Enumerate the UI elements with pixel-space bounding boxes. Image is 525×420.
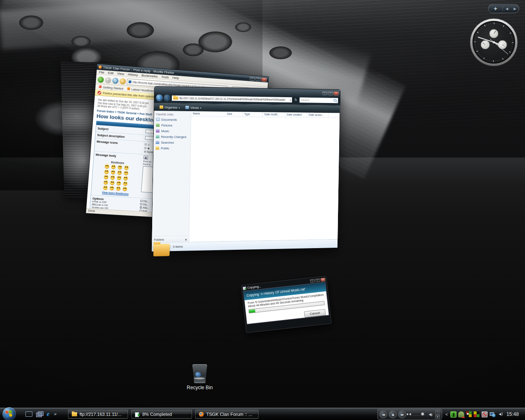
start-button[interactable] <box>2 407 16 420</box>
deskband-collapse-button[interactable]: ▾ <box>435 415 440 419</box>
volume-slider-knob[interactable] <box>421 412 425 416</box>
empty-file-area[interactable] <box>189 116 340 242</box>
message-icon-radio[interactable] <box>144 143 146 145</box>
tray-icon-utility[interactable] <box>474 411 480 418</box>
explorer-titlebar[interactable]: – ▫ ✕ ← → ftp://217.163.11.11/h02dns/217… <box>154 87 340 105</box>
recycle-bin-icon[interactable] <box>192 364 207 383</box>
checkbox[interactable] <box>140 203 142 205</box>
minimize-button[interactable]: – <box>249 77 255 81</box>
address-dropdown-icon[interactable]: ▾ <box>290 98 291 101</box>
emoticon-icon[interactable] <box>123 170 128 175</box>
emoticon-icon[interactable] <box>116 186 121 191</box>
tray-icon-media-player[interactable] <box>466 411 472 418</box>
emoticon-icon[interactable] <box>116 180 121 185</box>
emoticon-icon[interactable] <box>111 164 116 169</box>
add-gadget-icon[interactable]: + <box>488 5 502 12</box>
menu-history[interactable]: History <box>128 73 138 77</box>
tray-icon-messenger-status[interactable] <box>458 411 464 418</box>
folders-expand-icon[interactable]: ▴ <box>185 237 187 241</box>
explorer-address-bar[interactable]: ftp://217.163.11.11/h02dns/217.163.11.11… <box>171 95 292 103</box>
message-icon-radio-selected[interactable] <box>144 151 146 153</box>
recycle-bin[interactable]: Recycle Bin <box>187 364 213 390</box>
internet-explorer-icon[interactable]: e <box>47 411 50 417</box>
back-icon[interactable]: ← <box>98 76 104 83</box>
gadget-next-icon[interactable]: ▶ <box>511 7 519 11</box>
explorer-search-box[interactable]: Search <box>299 97 338 103</box>
back-icon[interactable]: ← <box>156 94 162 101</box>
bold-button[interactable]: B <box>144 155 148 160</box>
close-button[interactable]: ✕ <box>320 278 325 281</box>
tray-collapse-icon[interactable]: < <box>445 412 448 417</box>
network-icon[interactable] <box>489 411 495 418</box>
maximize-button[interactable]: ▫ <box>315 278 320 282</box>
taskbar-button-ftp[interactable]: ftp://217.163.11.11/... <box>68 410 128 419</box>
volume-icon[interactable] <box>497 411 503 418</box>
emoticon-icon[interactable] <box>110 185 114 190</box>
menu-file[interactable]: File <box>99 70 104 74</box>
quick-launch-overflow-icon[interactable]: » <box>54 411 57 416</box>
emoticon-icon[interactable] <box>103 185 108 190</box>
message-icon-radio[interactable] <box>144 147 146 149</box>
forward-icon[interactable]: → <box>164 94 170 101</box>
emoticon-icon[interactable] <box>110 175 115 180</box>
views-button[interactable]: Views ▾ <box>183 105 203 110</box>
emoticon-icon[interactable] <box>110 180 115 185</box>
taskbar-clock[interactable]: 15:48 <box>507 411 522 417</box>
sidebar-item-searches[interactable]: Searches <box>153 139 190 145</box>
checkbox-checked[interactable] <box>140 207 142 209</box>
emoticon-icon[interactable] <box>105 164 110 169</box>
gadget-prev-icon[interactable]: ◀ <box>503 7 511 11</box>
forward-icon[interactable]: → <box>105 77 111 83</box>
explorer-window[interactable]: – ▫ ✕ ← → ftp://217.163.11.11/h02dns/217… <box>151 86 340 252</box>
volume-slider[interactable] <box>413 414 427 415</box>
refresh-icon[interactable]: ↻ <box>293 98 298 102</box>
pause-button[interactable]: ▮▮ <box>389 411 397 418</box>
column-date-created[interactable]: Date created <box>285 112 307 117</box>
close-button[interactable]: ✕ <box>261 78 267 82</box>
minimize-button[interactable]: – <box>322 91 327 95</box>
close-button[interactable]: ✕ <box>333 91 338 95</box>
column-size[interactable]: Size <box>226 112 243 116</box>
show-desktop-icon[interactable] <box>25 411 32 417</box>
clock-gadget[interactable] <box>469 17 519 67</box>
maximize-button[interactable]: ▫ <box>328 91 333 95</box>
menu-tools[interactable]: Tools <box>161 75 169 79</box>
deskband-restore-button[interactable]: □ <box>435 410 440 414</box>
emoticon-icon[interactable] <box>123 176 128 180</box>
emoticon-icon[interactable] <box>123 181 128 186</box>
switch-windows-icon[interactable] <box>36 411 43 417</box>
column-date-accessed[interactable]: Date acces... <box>307 112 329 117</box>
emoticon-icon[interactable] <box>117 170 122 175</box>
cancel-button[interactable]: Cancel <box>304 309 326 318</box>
emoticon-icon[interactable] <box>103 180 108 185</box>
sidebar-item-music[interactable]: Music <box>154 128 191 134</box>
emoticon-icon[interactable] <box>104 169 109 174</box>
home-icon[interactable]: ⌂ <box>119 78 126 84</box>
menu-view[interactable]: View <box>117 72 124 76</box>
organize-button[interactable]: Organize ▾ <box>158 105 182 110</box>
view-more-emoticons-link[interactable]: View more Emoticons <box>102 191 129 195</box>
folders-band[interactable]: Folders ▴ <box>152 236 189 243</box>
minimize-button[interactable]: – <box>310 279 315 283</box>
column-name[interactable]: Name <box>191 111 225 116</box>
checkbox[interactable] <box>140 200 142 202</box>
search-icon[interactable] <box>333 99 336 102</box>
menu-edit[interactable]: Edit <box>108 71 114 75</box>
maximize-button[interactable]: ▫ <box>256 77 261 81</box>
emoticon-icon[interactable] <box>104 174 109 179</box>
column-type[interactable]: Type <box>243 112 263 117</box>
emoticon-icon[interactable] <box>111 169 116 174</box>
taskbar-button-copy[interactable]: 8% Completed <box>131 410 192 419</box>
emoticon-icon[interactable] <box>117 175 122 180</box>
emoticon-icon[interactable] <box>123 186 128 191</box>
column-date-modified[interactable]: Date modif... <box>263 112 285 117</box>
sidebar-item-pictures[interactable]: Pictures <box>154 122 191 128</box>
sidebar-gadget-controls[interactable]: + ◀ ▶ <box>488 4 519 13</box>
sidebar-item-documents[interactable]: Documents <box>154 116 191 123</box>
taskbar-button-firefox[interactable]: TSGK Clan Forum :: ... <box>195 410 258 419</box>
reload-icon[interactable]: ↻ <box>112 77 119 84</box>
next-track-button[interactable]: ▶▶ <box>398 411 406 418</box>
file-list[interactable]: Name Size Type Date modif... Date create… <box>189 111 340 242</box>
tray-icon-downloader[interactable] <box>450 411 457 418</box>
copy-dialog[interactable]: Copying... – ▫ ✕ Copying 'A History Of U… <box>240 275 332 334</box>
